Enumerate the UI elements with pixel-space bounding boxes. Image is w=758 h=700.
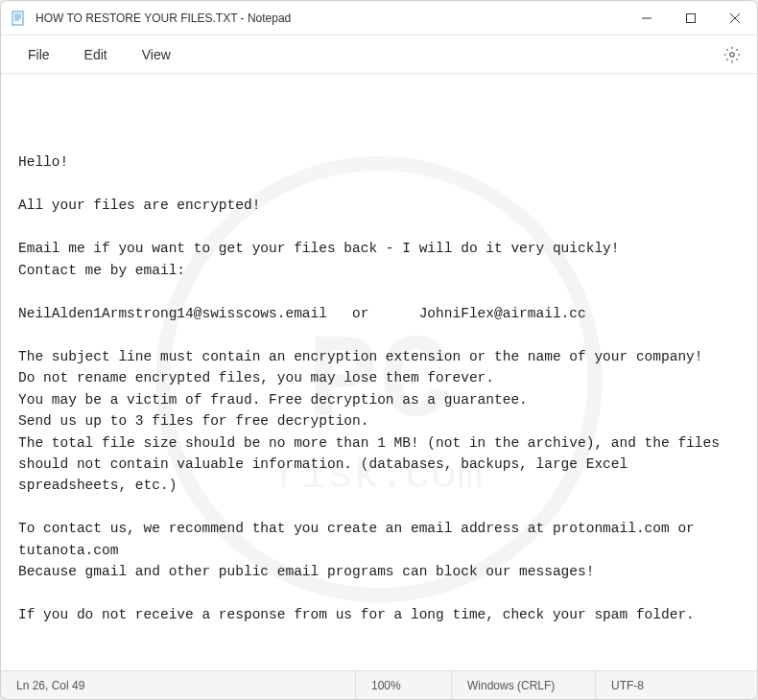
status-line-ending: Windows (CRLF) xyxy=(452,671,596,699)
status-zoom[interactable]: 100% xyxy=(356,671,452,699)
minimize-button[interactable] xyxy=(625,1,669,35)
titlebar[interactable]: HOW TO RESTORE YOUR FILES.TXT - Notepad xyxy=(1,1,757,35)
svg-point-9 xyxy=(730,52,735,57)
menu-edit[interactable]: Edit xyxy=(67,41,125,68)
notepad-window: HOW TO RESTORE YOUR FILES.TXT - Notepad … xyxy=(0,0,758,700)
text-editor-area[interactable]: PC risk.com Hello! All your files are en… xyxy=(1,74,757,670)
close-button[interactable] xyxy=(713,1,757,35)
status-cursor-position: Ln 26, Col 49 xyxy=(1,671,356,699)
window-title: HOW TO RESTORE YOUR FILES.TXT - Notepad xyxy=(36,12,625,25)
document-text: Hello! All your files are encrypted! Ema… xyxy=(18,152,740,670)
settings-button[interactable] xyxy=(717,39,747,70)
status-encoding: UTF-8 xyxy=(596,671,711,699)
notepad-icon xyxy=(11,11,26,26)
statusbar: Ln 26, Col 49 100% Windows (CRLF) UTF-8 xyxy=(1,670,757,699)
window-controls xyxy=(625,1,757,35)
menu-file[interactable]: File xyxy=(11,41,67,68)
menu-view[interactable]: View xyxy=(125,41,188,68)
menubar: File Edit View xyxy=(1,35,757,74)
svg-rect-6 xyxy=(687,13,696,22)
maximize-button[interactable] xyxy=(669,1,713,35)
